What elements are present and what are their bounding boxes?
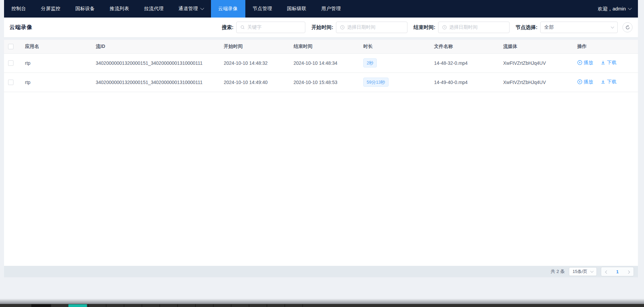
cell-end-time: 2024-10-10 14:48:34 [289, 53, 359, 73]
chevron-left-icon [605, 270, 608, 274]
clock-icon [340, 25, 345, 30]
search-input[interactable]: 关键字 [236, 22, 305, 33]
table-row: rtp 34020000001320000151_340200000013100… [4, 73, 638, 92]
header-stream-id: 流ID [92, 40, 220, 53]
nav-tabs: 控制台 分屏监控 国标设备 推流列表 拉流代理 通道管理 云端录像 节点管理 国… [4, 0, 348, 18]
duration-badge: 2秒 [363, 58, 377, 67]
taskbar-segment [31, 304, 51, 307]
cell-stream-id: 34020000001320000151_3402000000131000011… [92, 73, 220, 92]
search-icon [240, 25, 245, 30]
row-checkbox[interactable] [8, 60, 13, 66]
header-start-time: 开始时间 [220, 40, 289, 53]
start-time-placeholder: 选择日期时间 [347, 24, 375, 30]
current-page[interactable]: 1 [612, 269, 623, 274]
download-label: 下载 [607, 60, 616, 66]
download-icon [601, 60, 606, 65]
play-label: 播放 [584, 60, 593, 66]
nav-tab-label: 分屏监控 [41, 6, 61, 12]
taskbar-divider [284, 304, 285, 307]
nav-tab-分屏监控[interactable]: 分屏监控 [34, 0, 68, 18]
chevron-down-icon [628, 6, 632, 10]
end-time-picker[interactable]: 选择日期时间 [438, 22, 510, 33]
duration-badge: 59分13秒 [363, 78, 389, 87]
download-button[interactable]: 下载 [601, 60, 616, 66]
user-menu[interactable]: 欢迎，admin [598, 0, 638, 18]
nav-tab-label: 拉流代理 [144, 6, 164, 12]
filter-controls: 搜索: 关键字 开始时间: 选择日期时间 结束时间: [216, 22, 633, 33]
nav-tab-label: 用户管理 [321, 6, 341, 12]
refresh-button[interactable] [622, 22, 633, 32]
top-navbar: 控制台 分屏监控 国标设备 推流列表 拉流代理 通道管理 云端录像 节点管理 国… [4, 0, 638, 18]
cell-file-name: 14-49-40-0.mp4 [430, 73, 499, 92]
taskbar-divider [195, 304, 196, 307]
records-tbody: rtp 34020000001320000151_340200000013100… [4, 53, 638, 92]
start-time-picker[interactable]: 选择日期时间 [336, 22, 407, 33]
cell-media-server: XwFtVZrtZbHJq4UV [499, 73, 573, 92]
prev-page-button[interactable] [601, 269, 612, 274]
taskbar-divider [106, 304, 106, 307]
nav-tab-label: 推流列表 [110, 6, 129, 12]
taskbar-divider [88, 304, 89, 307]
pagination-bar: 共 2 条 15条/页 1 [4, 266, 638, 277]
page-title: 云端录像 [9, 24, 32, 31]
nav-tab-label: 云端录像 [218, 6, 238, 12]
taskbar-divider [231, 304, 232, 307]
nav-tab-通道管理[interactable]: 通道管理 [171, 0, 211, 18]
pager: 1 [601, 267, 634, 276]
play-circle-icon [577, 79, 582, 84]
taskbar-divider [142, 304, 142, 307]
cell-app-name: rtp [21, 53, 92, 73]
play-label: 播放 [584, 79, 593, 85]
total-count: 共 2 条 [551, 269, 565, 275]
nav-tab-label: 节点管理 [253, 6, 272, 12]
taskbar-divider [213, 304, 214, 307]
taskbar-strip [0, 304, 644, 307]
select-all-checkbox[interactable] [8, 44, 13, 49]
table-row: rtp 34020000001320000151_340200000013100… [4, 53, 638, 73]
nav-tab-云端录像[interactable]: 云端录像 [211, 0, 245, 18]
header-media-server: 流媒体 [499, 40, 573, 53]
taskbar-divider [267, 304, 267, 307]
play-button[interactable]: 播放 [577, 79, 593, 85]
chevron-down-icon [611, 25, 614, 29]
nav-tab-国标设备[interactable]: 国标设备 [68, 0, 102, 18]
play-button[interactable]: 播放 [577, 60, 593, 66]
welcome-user-text: 欢迎，admin [598, 6, 626, 12]
start-time-label: 开始时间: [311, 24, 333, 31]
nav-tab-拉流代理[interactable]: 拉流代理 [137, 0, 171, 18]
nav-tab-国标级联[interactable]: 国标级联 [280, 0, 314, 18]
node-select[interactable]: 全部 [540, 22, 618, 33]
chevron-down-icon [590, 270, 594, 273]
download-icon [601, 79, 606, 84]
node-select-label: 节点选择: [516, 24, 538, 31]
nav-tab-推流列表[interactable]: 推流列表 [102, 0, 137, 18]
header-app-name: 应用名 [21, 40, 92, 53]
records-table: 应用名 流ID 开始时间 结束时间 时长 文件名称 流媒体 操作 rtp 340… [4, 40, 638, 266]
nav-tab-用户管理[interactable]: 用户管理 [314, 0, 348, 18]
taskbar-divider [249, 304, 249, 307]
cell-app-name: rtp [21, 73, 92, 92]
nav-tab-label: 国标级联 [287, 6, 307, 12]
download-button[interactable]: 下载 [601, 79, 616, 85]
nav-tab-控制台[interactable]: 控制台 [4, 0, 34, 18]
chevron-down-icon [200, 6, 204, 10]
cell-media-server: XwFtVZrtZbHJq4UV [499, 53, 573, 73]
nav-tab-label: 国标设备 [75, 6, 95, 12]
search-placeholder: 关键字 [247, 24, 262, 30]
row-checkbox[interactable] [8, 80, 13, 85]
taskbar-divider [302, 304, 303, 307]
cell-stream-id: 34020000001320000151_3402000000131000011… [92, 53, 220, 73]
page-size-value: 15条/页 [573, 269, 587, 275]
taskbar-active-segment [68, 304, 87, 307]
header-duration: 时长 [359, 40, 430, 53]
header-actions: 操作 [573, 40, 638, 53]
app-window: 控制台 分屏监控 国标设备 推流列表 拉流代理 通道管理 云端录像 节点管理 国… [4, 0, 638, 277]
taskbar-divider [124, 304, 124, 307]
next-page-button[interactable] [623, 269, 634, 274]
refresh-icon [625, 25, 630, 30]
nav-tab-节点管理[interactable]: 节点管理 [245, 0, 280, 18]
clock-icon [442, 25, 447, 30]
cell-file-name: 14-48-32-0.mp4 [430, 53, 499, 73]
page-size-select[interactable]: 15条/页 [569, 267, 597, 276]
cell-start-time: 2024-10-10 14:48:32 [220, 53, 289, 73]
